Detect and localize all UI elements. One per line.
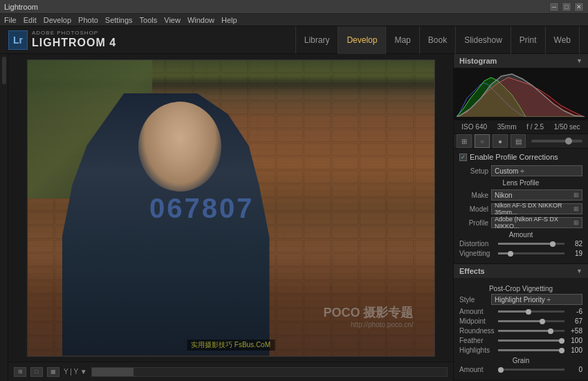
tab-book[interactable]: Book: [420, 26, 456, 54]
setup-value[interactable]: Custom ÷: [491, 165, 582, 176]
profile-icon: ⊞: [573, 219, 579, 226]
tool-slider[interactable]: [531, 140, 582, 142]
lens-correction-content: ✓ Enable Profile Corrections Setup Custo…: [454, 149, 588, 263]
vignetting-thumb: [508, 251, 513, 257]
distortion-row: Distortion 82: [459, 240, 582, 248]
left-panel: [0, 54, 8, 381]
style-row: Style Highlight Priority ÷: [459, 294, 582, 305]
tab-map[interactable]: Map: [386, 26, 419, 54]
roundness-value: +58: [567, 327, 582, 335]
make-row: Make Nikon ⊞: [459, 189, 582, 201]
distortion-fill: [498, 243, 553, 245]
menu-window[interactable]: Window: [187, 16, 214, 24]
content-area: 067807 POCO 摄影专题 http://photo.poco.cn/ 实…: [0, 54, 588, 381]
aperture-value: f / 2.5: [526, 123, 544, 131]
lr-badge: Lr: [8, 30, 28, 50]
photo-area: 067807 POCO 摄影专题 http://photo.poco.cn/ 实…: [8, 54, 453, 381]
roundness-row: Roundness +58: [459, 327, 582, 335]
feather-label: Feather: [459, 337, 495, 344]
feather-fill: [498, 340, 564, 342]
vignetting-label: Vignetting: [459, 250, 495, 257]
left-panel-scroll[interactable]: [2, 57, 6, 84]
crop-tool[interactable]: ⊞: [457, 134, 472, 148]
feather-slider[interactable]: [498, 340, 564, 342]
grad-tool[interactable]: ▤: [511, 134, 526, 148]
distortion-thumb: [550, 241, 555, 247]
grain-amount-slider[interactable]: [498, 369, 564, 371]
highlights-fill: [498, 349, 564, 351]
tab-develop[interactable]: Develop: [338, 26, 386, 54]
feather-thumb: [559, 338, 564, 344]
enable-corrections-checkbox[interactable]: ✓: [459, 154, 467, 161]
tool-row: ⊞ ○ ● ▤: [454, 134, 588, 149]
make-icon: ⊞: [573, 192, 579, 198]
menu-settings[interactable]: Settings: [105, 16, 133, 24]
grain-amount-row: Amount 0: [459, 366, 582, 373]
menu-tools[interactable]: Tools: [140, 16, 158, 24]
app-title: Lightroom: [4, 3, 38, 11]
menu-file[interactable]: File: [4, 16, 17, 24]
vignetting-slider[interactable]: [498, 252, 564, 254]
heal-tool[interactable]: ○: [475, 134, 490, 148]
top-nav: Lr ADOBE PHOTOSHOP LIGHTROOM 4 Library D…: [0, 26, 588, 54]
watermark-poco: POCO 摄影专题 http://photo.poco.cn/: [323, 304, 413, 328]
highlights-label: Highlights: [459, 346, 495, 354]
model-icon: ⊞: [573, 205, 579, 212]
loupe-icon[interactable]: □: [30, 367, 43, 377]
close-button[interactable]: ✕: [574, 2, 584, 12]
distortion-label: Distortion: [459, 240, 495, 248]
make-value[interactable]: Nikon ⊞: [491, 189, 582, 201]
menu-develop[interactable]: Develop: [44, 16, 71, 24]
distortion-value: 82: [567, 240, 582, 248]
minimize-button[interactable]: ─: [549, 2, 559, 12]
profile-value[interactable]: Adobe (Nikon AF-S DX NIKKO... ⊞: [491, 217, 582, 228]
highlights-slider[interactable]: [498, 349, 564, 351]
lens-correction-section: ✓ Enable Profile Corrections Setup Custo…: [454, 149, 588, 264]
tab-library[interactable]: Library: [295, 26, 339, 54]
style-dropdown[interactable]: Highlight Priority ÷: [491, 294, 582, 305]
menu-view[interactable]: View: [164, 16, 181, 24]
effects-amount-slider[interactable]: [498, 310, 564, 313]
midpoint-slider[interactable]: [498, 320, 564, 322]
enable-corrections-label: Enable Profile Corrections: [470, 153, 558, 161]
effects-content: Post-Crop Vignetting Style Highlight Pri…: [454, 278, 588, 380]
highlights-row: Highlights 100: [459, 346, 582, 354]
filmstrip-scrollbar[interactable]: [91, 367, 448, 377]
roundness-thumb: [548, 328, 553, 334]
feather-row: Feather 100: [459, 337, 582, 344]
grain-amount-value: 0: [567, 366, 582, 373]
tab-print[interactable]: Print: [511, 26, 546, 54]
feather-value: 100: [567, 337, 582, 344]
photo-frame: 067807 POCO 摄影专题 http://photo.poco.cn/ 实…: [27, 59, 435, 357]
highlights-value: 100: [567, 346, 582, 354]
grain-amount-label: Amount: [459, 366, 495, 373]
camera-info: ISO 640 35mm f / 2.5 1/50 sec: [454, 120, 588, 133]
zoom-label: Y | Y ▼: [64, 368, 87, 375]
roundness-slider[interactable]: [498, 330, 564, 332]
model-value[interactable]: Nikon AF-S DX NIKKOR 35mm... ⊞: [491, 203, 582, 214]
grain-label: Grain: [459, 357, 582, 364]
effects-header[interactable]: Effects ▼: [454, 264, 588, 278]
menu-help[interactable]: Help: [221, 16, 237, 24]
shutter-value: 1/50 sec: [554, 123, 580, 131]
tab-web[interactable]: Web: [546, 26, 580, 54]
compare-icon[interactable]: ▦: [47, 367, 59, 377]
lightroom-name: LIGHTROOM 4: [32, 37, 116, 49]
menu-edit[interactable]: Edit: [24, 16, 37, 24]
redeye-tool[interactable]: ●: [493, 134, 508, 148]
right-panel: Histogram ▼: [453, 54, 588, 381]
midpoint-value: 67: [567, 317, 582, 325]
menu-photo[interactable]: Photo: [78, 16, 98, 24]
tab-slideshow[interactable]: Slideshow: [456, 26, 511, 54]
distortion-slider[interactable]: [498, 243, 564, 245]
midpoint-label: Midpoint: [459, 317, 495, 325]
maximize-button[interactable]: □: [562, 2, 571, 12]
grid-icon[interactable]: ⊞: [14, 367, 26, 377]
amount-section-label: Amount: [459, 231, 582, 239]
roundness-label: Roundness: [459, 327, 495, 335]
menu-bar: File Edit Develop Photo Settings Tools V…: [0, 14, 588, 26]
midpoint-fill: [498, 320, 542, 322]
lr-text: ADOBE PHOTOSHOP LIGHTROOM 4: [32, 30, 116, 48]
histogram-header[interactable]: Histogram ▼: [454, 54, 588, 68]
poco-url: http://photo.poco.cn/: [323, 321, 413, 328]
